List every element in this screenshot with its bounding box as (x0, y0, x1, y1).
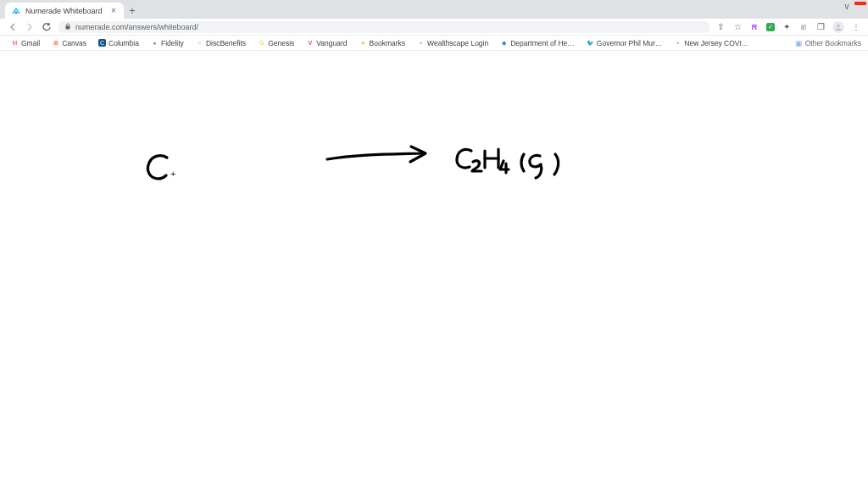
window-minimize-icon[interactable]: v (839, 0, 854, 12)
url-bar[interactable]: numerade.com/answers/whiteboard/ (58, 21, 710, 33)
bookmark-label: Wealthscape Login (427, 39, 488, 47)
forward-button[interactable] (24, 21, 36, 33)
fidelity-icon: ● (151, 39, 159, 47)
bookmark-label: Governor Phil Mur… (597, 39, 662, 47)
bookmark-label: New Jersey COVI… (684, 39, 748, 47)
bookmark-label: Canvas (62, 39, 86, 47)
bookmark-label: Columbia (108, 39, 139, 47)
bookmark-label: DiscBenefits (206, 39, 246, 47)
bookmark-genesis[interactable]: GGenesis (253, 37, 298, 49)
bookmark-canvas[interactable]: ⊞Canvas (47, 37, 91, 49)
new-tab-button[interactable]: + (124, 3, 141, 19)
bookmark-label: Fidelity (161, 39, 184, 47)
health-icon: ◆ (500, 39, 508, 47)
columbia-icon: C (98, 39, 106, 47)
bookmark-dept-health[interactable]: ◆Department of He… (496, 37, 579, 49)
cast-icon[interactable]: ⎚ (798, 22, 809, 32)
back-button[interactable] (7, 21, 19, 33)
window-controls: v (839, 0, 868, 12)
close-icon[interactable]: × (110, 8, 117, 14)
extensions-puzzle-icon[interactable]: ✦ (782, 22, 792, 32)
bookmark-nj-covid[interactable]: ▪New Jersey COVI… (670, 37, 753, 49)
bookmark-label: Vanguard (316, 39, 347, 47)
handwriting-strokes (0, 51, 868, 488)
restore-window-icon[interactable]: ❐ (815, 22, 826, 32)
star-icon[interactable]: ☆ (732, 22, 743, 32)
browser-tab[interactable]: Numerade Whiteboard × (5, 3, 124, 19)
bookmark-governor[interactable]: 🐦Governor Phil Mur… (582, 37, 666, 49)
extension-r-icon[interactable]: R (749, 22, 760, 32)
bookmark-label: Department of He… (510, 39, 575, 47)
svg-point-1 (837, 24, 840, 27)
extension-green-icon[interactable]: ✓ (766, 23, 775, 31)
bookmark-wealthscape[interactable]: ▪Wealthscape Login (413, 37, 492, 49)
bookmark-label: Genesis (268, 39, 294, 47)
svg-rect-0 (66, 25, 70, 29)
menu-icon[interactable]: ⋮ (851, 22, 861, 32)
bookmark-label: Bookmarks (370, 39, 406, 47)
tab-title: Numerade Whiteboard (25, 7, 105, 15)
canvas-icon: ⊞ (52, 39, 59, 47)
address-actions: ⇪ ☆ R ✓ ✦ ⎚ ❐ ⋮ (715, 21, 861, 33)
reload-button[interactable] (41, 21, 53, 33)
share-icon[interactable]: ⇪ (715, 22, 726, 32)
bookmark-discbenefits[interactable]: ○DiscBenefits (192, 37, 250, 49)
browser-tab-strip: Numerade Whiteboard × + v (0, 0, 868, 19)
lock-icon (64, 23, 71, 31)
wealthscape-icon: ▪ (417, 39, 425, 47)
other-bookmarks[interactable]: ▣Other Bookmarks (795, 39, 861, 47)
other-bookmarks-label: Other Bookmarks (805, 39, 861, 47)
window-close-icon[interactable] (854, 2, 866, 5)
tab-favicon-icon (12, 7, 20, 15)
discbenefits-icon: ○ (196, 39, 203, 47)
gmail-icon: M (11, 39, 19, 47)
vanguard-icon: V (306, 39, 314, 47)
whiteboard-canvas[interactable]: + (0, 51, 868, 488)
twitter-icon: 🐦 (587, 39, 594, 47)
bookmark-columbia[interactable]: CColumbia (94, 37, 143, 49)
bookmark-vanguard[interactable]: VVanguard (302, 37, 351, 49)
address-bar-row: numerade.com/answers/whiteboard/ ⇪ ☆ R ✓… (0, 19, 868, 36)
star-bookmark-icon: ★ (359, 39, 367, 47)
cursor-crosshair-icon: + (170, 169, 175, 179)
avatar[interactable] (832, 21, 844, 33)
url-text: numerade.com/answers/whiteboard/ (75, 23, 198, 31)
bookmark-gmail[interactable]: MGmail (7, 37, 44, 49)
nj-icon: ▪ (674, 39, 682, 47)
bookmark-fidelity[interactable]: ●Fidelity (147, 37, 188, 49)
bookmark-bookmarks[interactable]: ★Bookmarks (355, 37, 410, 49)
folder-icon: ▣ (795, 39, 803, 47)
bookmarks-bar: MGmail ⊞Canvas CColumbia ●Fidelity ○Disc… (0, 36, 868, 51)
genesis-icon: G (258, 39, 265, 47)
bookmark-label: Gmail (21, 39, 40, 47)
